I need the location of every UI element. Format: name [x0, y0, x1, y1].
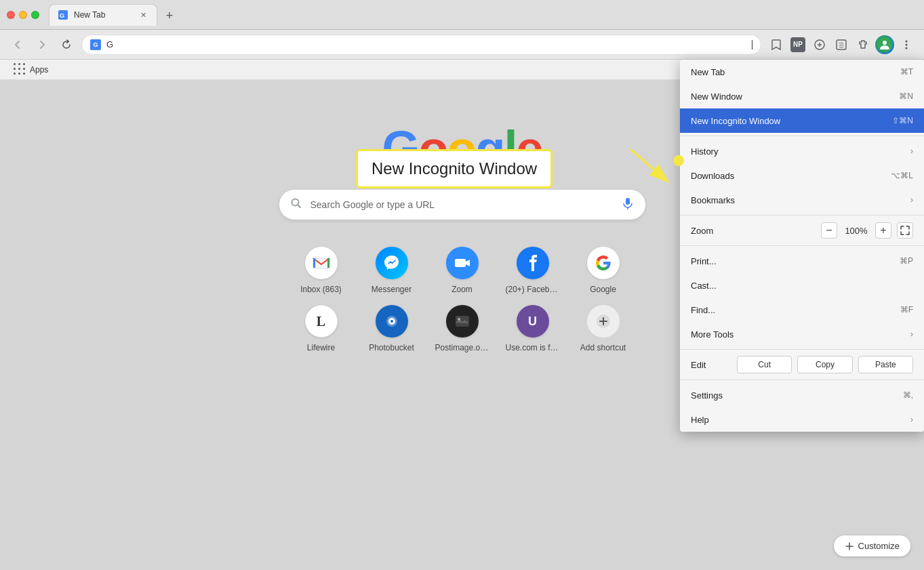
shortcut-photobucket[interactable]: Photobucket: [362, 305, 422, 352]
shortcut-add-label: Add shortcut: [580, 343, 626, 352]
active-tab[interactable]: G New Tab ✕: [49, 4, 157, 26]
menu-divider-4: [680, 349, 924, 350]
menu-new-window[interactable]: New Window ⌘N: [680, 84, 924, 108]
shortcuts-row-2: L Lifewire Photobucket: [292, 305, 633, 352]
title-bar: G New Tab ✕ +: [0, 0, 924, 30]
shortcut-gmail-label: Inbox (863): [300, 285, 342, 294]
zoom-label: Zoom: [691, 226, 713, 236]
svg-rect-15: [455, 259, 466, 267]
logo-o-red: o: [419, 121, 447, 176]
add-shortcut-icon: [587, 305, 620, 338]
minimize-button[interactable]: [19, 11, 27, 19]
gmail-icon: [305, 247, 338, 279]
cut-button[interactable]: Cut: [737, 356, 792, 373]
menu-history-arrow: ›: [910, 146, 913, 156]
zoom-plus-button[interactable]: +: [875, 222, 891, 239]
menu-find-shortcut: ⌘F: [900, 305, 913, 314]
bookmark-icon[interactable]: [767, 35, 786, 54]
menu-history[interactable]: History ›: [680, 139, 924, 163]
copy-button[interactable]: Copy: [797, 356, 852, 373]
shortcut-lifewire[interactable]: L Lifewire: [292, 305, 351, 352]
photobucket-icon: [376, 305, 408, 338]
menu-downloads[interactable]: Downloads ⌥⌘L: [680, 163, 924, 188]
svg-rect-14: [327, 258, 329, 268]
shortcut-messenger[interactable]: Messenger: [362, 247, 422, 294]
menu-new-tab[interactable]: New Tab ⌘T: [680, 60, 924, 84]
zoom-minus-button[interactable]: −: [821, 222, 837, 239]
menu-downloads-shortcut: ⌥⌘L: [891, 171, 913, 180]
lifewire-icon: L: [305, 305, 338, 338]
menu-help-label: Help: [691, 415, 709, 425]
shortcut-usecom[interactable]: U Use.com is fo...: [503, 305, 563, 352]
menu-find-label: Find...: [691, 305, 715, 315]
menu-new-window-shortcut: ⌘N: [899, 91, 913, 101]
customize-label: Customize: [858, 541, 900, 551]
menu-cast[interactable]: Cast...: [680, 273, 924, 298]
profile-np-icon[interactable]: NP: [788, 35, 807, 54]
svg-rect-13: [313, 258, 315, 268]
search-bar[interactable]: Search Google or type a URL: [279, 190, 645, 220]
zoom-level-display: 100%: [843, 226, 870, 236]
menu-print[interactable]: Print... ⌘P: [680, 249, 924, 273]
logo-l-green: l: [504, 121, 516, 176]
menu-new-incognito-shortcut: ⇧⌘N: [892, 116, 913, 125]
menu-more-tools[interactable]: More Tools ›: [680, 322, 924, 346]
back-button[interactable]: [8, 35, 27, 54]
svg-point-7: [906, 40, 908, 42]
zoom-fullscreen-button[interactable]: [897, 222, 913, 239]
svg-text:☰: ☰: [839, 42, 844, 49]
menu-divider-1: [680, 136, 924, 136]
tab-close-button[interactable]: ✕: [138, 9, 148, 20]
new-tab-button[interactable]: +: [160, 7, 179, 26]
apps-bookmark[interactable]: Apps: [8, 60, 54, 79]
shortcuts-row-1: Inbox (863) Messenger: [292, 247, 633, 294]
svg-point-8: [906, 43, 908, 45]
mic-icon[interactable]: [621, 197, 635, 213]
url-bar[interactable]: G G: [81, 35, 761, 55]
menu-settings[interactable]: Settings ⌘,: [680, 383, 924, 407]
menu-divider-2: [680, 215, 924, 216]
shortcut-messenger-label: Messenger: [371, 285, 411, 294]
menu-history-label: History: [691, 146, 718, 157]
edit-row: Edit Cut Copy Paste: [680, 352, 924, 377]
shortcut-facebook[interactable]: (20+) Facebo...: [503, 247, 563, 294]
maximize-button[interactable]: [31, 11, 39, 19]
menu-new-incognito-label: New Incognito Window: [691, 116, 780, 126]
forward-button[interactable]: [33, 35, 52, 54]
apps-grid-icon: [14, 63, 27, 77]
logo-g-blue: G: [382, 121, 418, 176]
shield-icon[interactable]: ☰: [832, 35, 851, 54]
shortcut-google[interactable]: Google: [574, 247, 633, 294]
shortcut-postimage-label: Postimage.or...: [435, 343, 489, 352]
svg-point-16: [390, 320, 393, 323]
paste-button[interactable]: Paste: [858, 356, 913, 373]
refresh-button[interactable]: [57, 35, 76, 54]
zoom-row: Zoom − 100% +: [680, 218, 924, 243]
messenger-icon: [376, 247, 408, 279]
menu-bookmarks[interactable]: Bookmarks ›: [680, 188, 924, 212]
shortcut-postimage[interactable]: Postimage.or...: [433, 305, 492, 352]
menu-more-tools-arrow: ›: [910, 329, 913, 339]
menu-divider-3: [680, 245, 924, 246]
url-text: G: [106, 39, 746, 49]
extension-icon-1[interactable]: [810, 35, 829, 54]
extensions-icon[interactable]: [853, 35, 872, 54]
menu-find[interactable]: Find... ⌘F: [680, 298, 924, 322]
shortcut-usecom-label: Use.com is fo...: [506, 343, 560, 352]
shortcut-add[interactable]: Add shortcut: [574, 305, 633, 352]
profile-avatar[interactable]: [875, 35, 894, 54]
menu-print-shortcut: ⌘P: [900, 256, 913, 266]
shortcut-gmail[interactable]: Inbox (863): [292, 247, 351, 294]
menu-print-label: Print...: [691, 256, 717, 266]
shortcut-zoom[interactable]: Zoom: [433, 247, 492, 294]
menu-new-incognito[interactable]: New Incognito Window ⇧⌘N: [680, 108, 924, 133]
svg-point-6: [883, 41, 887, 45]
shortcut-facebook-label: (20+) Facebo...: [506, 285, 560, 294]
close-button[interactable]: [7, 11, 15, 19]
menu-button[interactable]: [897, 35, 916, 54]
menu-settings-label: Settings: [691, 390, 723, 401]
toolbar-icons: NP ☰: [767, 35, 916, 54]
customize-button[interactable]: Customize: [834, 535, 910, 556]
apps-label: Apps: [30, 65, 48, 75]
menu-help[interactable]: Help ›: [680, 407, 924, 432]
